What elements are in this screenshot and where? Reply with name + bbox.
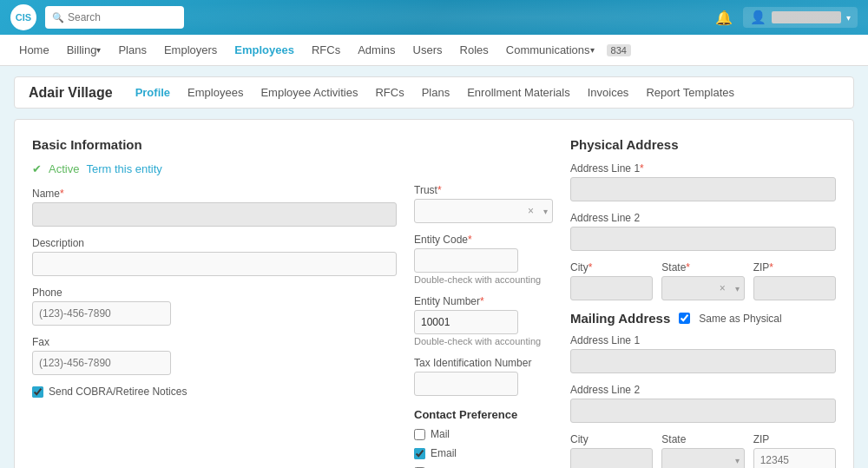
mail-zip-group: ZIP <box>753 433 836 468</box>
phys-state-select[interactable] <box>661 276 744 300</box>
phys-addr2-group: Address Line 2 <box>570 212 836 251</box>
search-box[interactable]: 🔍 <box>45 6 184 29</box>
same-as-physical-checkbox[interactable] <box>679 313 690 324</box>
phys-zip-input[interactable] <box>753 276 836 300</box>
nav-rfcs[interactable]: RFCs <box>303 35 349 66</box>
tax-id-label: Tax Identification Number <box>414 357 553 369</box>
form-container: Basic Information ✔ Active Term this ent… <box>14 119 854 468</box>
description-label: Description <box>32 237 397 249</box>
cobra-label: Send COBRA/Retiree Notices <box>49 386 187 398</box>
basic-info-section: Basic Information ✔ Active Term this ent… <box>32 137 397 468</box>
mailing-address-header: Mailing Address Same as Physical <box>570 311 836 326</box>
nav-employers[interactable]: Employers <box>155 35 226 66</box>
mail-city-input[interactable] <box>570 448 653 468</box>
physical-address-title: Physical Address <box>570 137 836 152</box>
phys-zip-group: ZIP* <box>753 261 836 300</box>
entity-number-hint: Double-check with accounting <box>414 336 553 346</box>
contact-mail-label: Mail <box>431 428 450 440</box>
entity-number-input[interactable]: 10001 <box>414 310 518 334</box>
nav-plans[interactable]: Plans <box>109 35 155 66</box>
tab-rfcs[interactable]: RFCs <box>366 84 412 101</box>
tab-plans[interactable]: Plans <box>413 84 459 101</box>
mail-addr1-input[interactable] <box>570 349 836 373</box>
term-entity-link[interactable]: Term this entity <box>86 162 161 175</box>
basic-info-title: Basic Information <box>32 137 397 152</box>
tab-employee-activities[interactable]: Employee Activities <box>252 84 366 101</box>
bell-icon[interactable]: 🔔 <box>715 10 733 26</box>
fax-group: Fax <box>32 336 397 375</box>
same-as-physical-label: Same as Physical <box>699 313 781 325</box>
nav-right: 🔔 👤 ▾ <box>715 7 858 28</box>
phys-city-state-zip-row: City* State* × ▾ <box>570 261 836 311</box>
search-input[interactable] <box>68 11 181 23</box>
phys-addr1-input[interactable] <box>570 177 836 201</box>
phys-city-input[interactable] <box>570 276 653 300</box>
name-input[interactable] <box>32 202 397 227</box>
mail-state-arrow-icon: ▾ <box>735 456 740 465</box>
nav-badge-834[interactable]: 834 <box>607 44 631 56</box>
trust-select-wrapper: × ▾ <box>414 199 553 223</box>
nav-home[interactable]: Home <box>10 35 58 66</box>
contact-mail-checkbox[interactable] <box>414 429 425 440</box>
mail-addr2-input[interactable] <box>570 399 836 423</box>
mail-city-group: City <box>570 433 653 468</box>
phys-addr1-label: Address Line 1* <box>570 162 836 175</box>
mail-state-label: State <box>661 433 744 445</box>
contact-pref-title: Contact Preference <box>414 408 553 421</box>
trust-label: Trust* <box>414 184 553 196</box>
entity-code-input[interactable] <box>414 248 518 273</box>
entity-number-group: Entity Number* 10001 Double-check with a… <box>414 295 553 346</box>
name-group: Name* <box>32 188 397 227</box>
trust-clear-icon[interactable]: × <box>528 205 534 217</box>
entity-tabs: Profile Employees Employee Activities RF… <box>127 84 743 101</box>
name-label: Name* <box>32 188 397 200</box>
tax-id-group: Tax Identification Number <box>414 357 553 396</box>
status-row: ✔ Active Term this entity <box>32 162 397 175</box>
nav-admins[interactable]: Admins <box>349 35 404 66</box>
fax-input[interactable] <box>32 351 171 375</box>
entity-name: Adair Village <box>29 85 113 101</box>
fax-label: Fax <box>32 336 397 348</box>
phys-city-label: City* <box>570 261 653 274</box>
phys-addr2-label: Address Line 2 <box>570 212 836 224</box>
user-dropdown[interactable]: 👤 ▾ <box>743 7 858 28</box>
cobra-checkbox[interactable] <box>32 386 43 398</box>
mail-addr2-group: Address Line 2 <box>570 384 836 423</box>
tab-profile[interactable]: Profile <box>127 84 179 101</box>
phys-state-select-wrapper: × ▾ <box>661 276 744 300</box>
mail-city-label: City <box>570 433 653 445</box>
tab-employees[interactable]: Employees <box>179 84 252 101</box>
tax-id-input[interactable] <box>414 372 518 396</box>
nav-users[interactable]: Users <box>404 35 451 66</box>
tab-report-templates[interactable]: Report Templates <box>637 84 743 101</box>
nav-communications[interactable]: Communications ▾ <box>497 35 603 66</box>
nav-roles[interactable]: Roles <box>451 35 497 66</box>
phys-addr2-input[interactable] <box>570 227 836 251</box>
main-navbar: Home Billing ▾ Plans Employers Employees… <box>0 35 868 66</box>
entity-code-group: Entity Code* Double-check with accountin… <box>414 234 553 285</box>
phone-input[interactable] <box>32 301 171 326</box>
entity-header: Adair Village Profile Employees Employee… <box>14 76 854 109</box>
phys-state-arrow-icon: ▾ <box>735 284 740 293</box>
address-section: Physical Address Address Line 1* Address… <box>570 137 836 468</box>
mail-zip-label: ZIP <box>753 433 836 445</box>
mail-state-select[interactable] <box>661 448 744 468</box>
phys-state-clear-icon[interactable]: × <box>720 282 726 294</box>
entity-number-label: Entity Number* <box>414 295 553 307</box>
app-logo[interactable]: CIS <box>10 4 36 30</box>
tab-enrollment-materials[interactable]: Enrollment Materials <box>458 84 579 101</box>
nav-billing[interactable]: Billing ▾ <box>58 35 110 66</box>
tab-invoices[interactable]: Invoices <box>579 84 638 101</box>
entity-code-hint: Double-check with accounting <box>414 274 553 285</box>
user-icon: 👤 <box>750 10 766 25</box>
active-check-icon: ✔ <box>32 162 42 175</box>
nav-employees[interactable]: Employees <box>226 35 303 66</box>
mail-zip-input[interactable] <box>753 448 836 468</box>
phys-state-group: State* × ▾ <box>661 261 744 300</box>
contact-mail-row: Mail <box>414 428 553 440</box>
trust-group: Trust* × ▾ <box>414 184 553 223</box>
contact-email-checkbox[interactable] <box>414 448 425 459</box>
search-icon: 🔍 <box>52 12 64 23</box>
description-input[interactable] <box>32 252 397 276</box>
contact-email-row: Email <box>414 447 553 459</box>
